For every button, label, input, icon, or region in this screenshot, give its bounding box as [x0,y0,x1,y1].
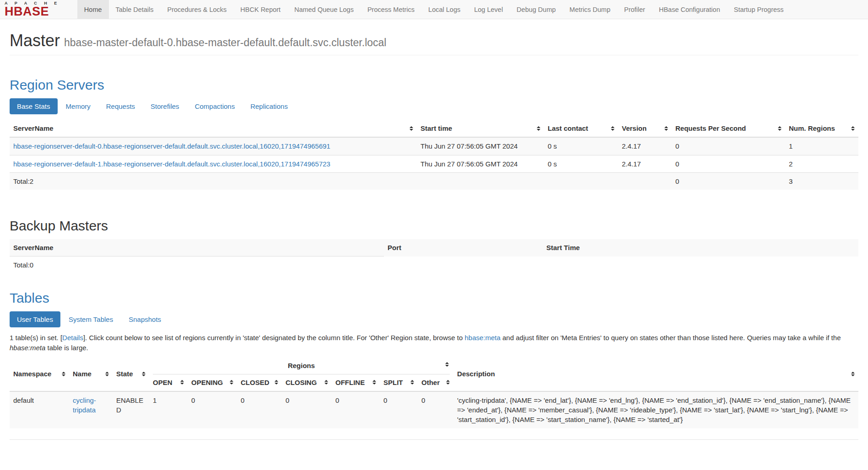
nav-item-hbase-configuration[interactable]: HBase Configuration [652,0,727,19]
sort-icon[interactable] [664,126,668,131]
hbase-logo[interactable]: A P A C H E HBASE [0,0,65,19]
nav-item-metrics-dump[interactable]: Metrics Dump [563,0,617,19]
tables-heading: Tables [10,290,858,306]
hbase-meta-italic: hbase:meta [10,344,45,352]
sort-icon[interactable] [142,372,146,376]
tab-user-tables[interactable]: User Tables [10,311,60,327]
sort-icon[interactable] [446,380,450,385]
regionserver-link[interactable]: hbase-regionserver-default-1.hbase-regio… [13,160,330,168]
nav-item-table-details[interactable]: Table Details [109,0,161,19]
cell-num-regions: 2 [785,155,858,172]
col-start-time: Start time [417,120,544,137]
nav-item-startup-progress[interactable]: Startup Progress [727,0,791,19]
tab-snapshots[interactable]: Snapshots [121,311,168,327]
sort-icon[interactable] [372,380,376,385]
cell-version: 2.4.17 [618,137,672,155]
nav-item-profiler[interactable]: Profiler [617,0,652,19]
col-start-time: Start Time [543,239,858,256]
cell-last-contact: 0 s [544,137,618,155]
cell-num-regions: 1 [785,137,858,155]
master-hostname: hbase-master-default-0.hbase-master-defa… [64,37,386,48]
col-other: Other [418,374,453,391]
tab-requests[interactable]: Requests [99,98,142,114]
table-row: hbase-regionserver-default-0.hbase-regio… [10,137,858,155]
table-row: default cycling-tripdata ENABLED 1 0 0 0… [10,391,858,428]
sort-icon[interactable] [778,126,782,131]
sort-icon[interactable] [275,380,278,385]
sort-icon[interactable] [62,372,65,376]
tab-system-tables[interactable]: System Tables [61,311,120,327]
nav-menu: Home Table Details Procedures & Locks HB… [77,0,791,19]
cell-start-time: Thu Jun 27 07:56:05 GMT 2024 [417,155,544,172]
cell-rps: 0 [672,155,785,172]
sort-icon[interactable] [180,380,184,385]
sort-icon[interactable] [851,126,855,131]
cell-start-time: Thu Jun 27 07:56:05 GMT 2024 [417,137,544,155]
total-row: Total:0 [10,256,858,274]
tables-note: 1 table(s) in set. [Details]. Click coun… [10,333,858,353]
cell-description: 'cycling-tripdata', {NAME => 'end_lat'},… [453,391,858,428]
tab-compactions[interactable]: Compactions [188,98,243,114]
sort-icon[interactable] [611,126,615,131]
col-opening: OPENING [188,374,237,391]
hbase-meta-link[interactable]: hbase:meta [464,334,500,342]
sort-icon[interactable] [445,362,449,367]
offline-count-link[interactable]: 0 [335,396,339,404]
closing-count-link[interactable]: 0 [286,396,289,404]
table-row: hbase-regionserver-default-1.hbase-regio… [10,155,858,172]
col-port: Port [384,239,543,256]
cell-last-contact: 0 s [544,155,618,172]
cell-rps: 0 [672,137,785,155]
tab-base-stats[interactable]: Base Stats [10,98,58,114]
nav-item-home[interactable]: Home [77,0,109,19]
total-row: Total:2 0 3 [10,172,858,190]
col-description: Description [453,357,858,391]
tab-storefiles[interactable]: Storefiles [143,98,187,114]
nav-item-debug-dump[interactable]: Debug Dump [510,0,562,19]
sort-icon[interactable] [410,380,414,385]
col-num-regions: Num. Regions [785,120,858,137]
col-servername: ServerName [10,120,417,137]
backup-masters-header-row: ServerName Port Start Time [10,239,858,256]
nav-item-named-queue-logs[interactable]: Named Queue Logs [287,0,361,19]
table-name-link[interactable]: cycling-tripdata [73,396,96,414]
page-title: Master [10,31,60,50]
col-open: OPEN [149,374,188,391]
col-namespace: Namespace [10,357,69,391]
tab-replications[interactable]: Replications [243,98,295,114]
region-servers-tabs: Base Stats Memory Requests Storefiles Co… [10,98,858,114]
region-servers-heading: Region Servers [10,77,858,93]
sort-icon[interactable] [851,372,855,376]
backup-masters-table: ServerName Port Start Time Total:0 [10,239,858,274]
tables-tabs: User Tables System Tables Snapshots [10,311,858,327]
page-bottom-divider [10,439,858,440]
regionserver-link[interactable]: hbase-regionserver-default-0.hbase-regio… [13,142,330,150]
open-count-link[interactable]: 1 [153,396,156,404]
col-requests-per-second: Requests Per Second [672,120,785,137]
total-label: Total:0 [10,256,384,274]
col-last-contact: Last contact [544,120,618,137]
nav-item-log-level[interactable]: Log Level [467,0,510,19]
sort-icon[interactable] [537,126,540,131]
total-label: Total:2 [10,172,417,190]
sort-icon[interactable] [230,380,233,385]
cell-version: 2.4.17 [618,155,672,172]
details-link[interactable]: Details [62,334,83,342]
total-num-regions: 3 [785,172,858,190]
nav-item-local-logs[interactable]: Local Logs [421,0,467,19]
sort-icon[interactable] [324,380,328,385]
sort-icon[interactable] [410,126,413,131]
opening-count-link[interactable]: 0 [191,396,195,404]
col-closed: CLOSED [237,374,282,391]
split-count-link[interactable]: 0 [383,396,387,404]
tab-memory[interactable]: Memory [59,98,98,114]
nav-item-procedures-locks[interactable]: Procedures & Locks [161,0,234,19]
sort-icon[interactable] [105,372,109,376]
logo-hbase-text: HBASE [5,6,60,18]
nav-item-process-metrics[interactable]: Process Metrics [361,0,421,19]
other-count-link[interactable]: 0 [421,396,425,404]
nav-item-hbck-report[interactable]: HBCK Report [233,0,287,19]
col-group-regions: Regions [149,357,453,374]
cell-state: ENABLED [113,391,149,428]
closed-count-link[interactable]: 0 [241,396,244,404]
